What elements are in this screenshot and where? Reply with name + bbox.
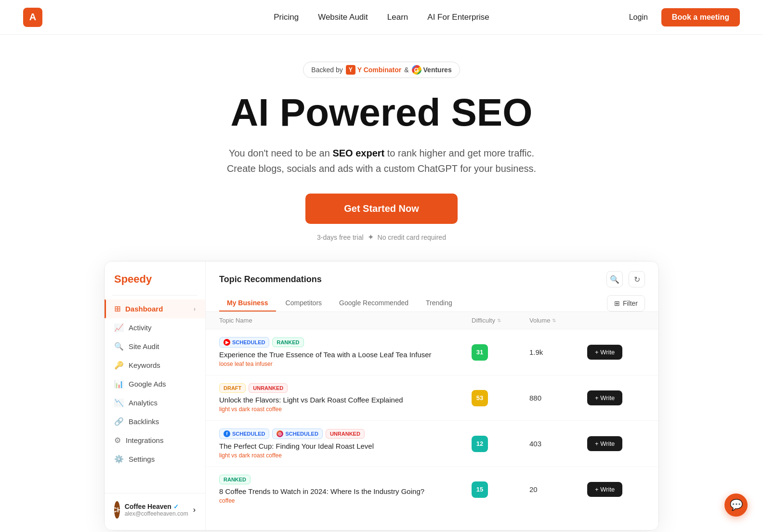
nav-pricing[interactable]: Pricing: [274, 13, 299, 22]
nav-learn[interactable]: Learn: [387, 13, 408, 22]
sidebar-label-analytics: Analytics: [129, 399, 158, 407]
write-button[interactable]: + Write: [587, 482, 622, 497]
logo-icon[interactable]: A: [23, 8, 42, 27]
badge-scheduled: ▶SCHEDULED: [219, 337, 269, 348]
backlinks-icon: 🔗: [114, 417, 124, 426]
filter-icon: ⊞: [614, 299, 620, 307]
difficulty-cell: 53: [472, 390, 529, 406]
sidebar-item-site-audit[interactable]: 🔍 Site Audit: [105, 337, 205, 356]
login-button[interactable]: Login: [623, 9, 654, 26]
main-content: Topic Recommendations 🔍 ↻ My Business Co…: [206, 261, 658, 530]
difficulty-badge: 12: [472, 436, 488, 452]
page-title: Topic Recommendations: [219, 274, 322, 285]
topic-title: Unlock the Flavors: Light vs Dark Roast …: [219, 396, 472, 404]
col-difficulty[interactable]: Difficulty ⇅: [472, 317, 529, 324]
sort-volume-icon: ⇅: [552, 318, 556, 323]
topic-tag: light vs dark roast coffee: [219, 452, 472, 459]
book-meeting-button[interactable]: Book a meeting: [661, 8, 740, 26]
cta-button[interactable]: Get Started Now: [305, 194, 458, 224]
volume-cell: 880: [529, 394, 587, 402]
google-icon: G: [412, 65, 421, 75]
account-name: Coffee Heaven ✓: [125, 503, 188, 510]
main-header: Topic Recommendations 🔍 ↻: [206, 261, 658, 287]
topic-cell: fSCHEDULED◎SCHEDULEDUNRANKED The Perfect…: [219, 428, 472, 459]
app-window: Speedy ⊞ Dashboard › 📈 Activity 🔍 Site A…: [104, 261, 659, 531]
avatar: CH: [114, 501, 120, 519]
topic-cell: RANKED 8 Coffee Trends to Watch in 2024:…: [219, 475, 472, 504]
sidebar-item-dashboard[interactable]: ⊞ Dashboard ›: [105, 299, 205, 318]
col-volume[interactable]: Volume ⇅: [529, 317, 587, 324]
badge-scheduled: fSCHEDULED: [219, 428, 269, 439]
col-topic-name: Topic Name: [219, 317, 472, 324]
google-badge: G Ventures: [412, 65, 452, 75]
analytics-icon: 📉: [114, 398, 124, 407]
topic-tag: coffee: [219, 497, 472, 504]
sidebar-label-activity: Activity: [129, 324, 152, 332]
topic-cell: ▶SCHEDULEDRANKED Experience the True Ess…: [219, 337, 472, 367]
yc-icon: Y: [346, 65, 355, 75]
sidebar-item-backlinks[interactable]: 🔗 Backlinks: [105, 412, 205, 431]
refresh-button[interactable]: ↻: [629, 271, 645, 287]
col-action: [587, 317, 645, 324]
topic-cell: DRAFTUNRANKED Unlock the Flavors: Light …: [219, 383, 472, 413]
tab-google-recommended[interactable]: Google Recommended: [331, 295, 416, 311]
keywords-icon: 🔑: [114, 361, 124, 370]
header-actions: 🔍 ↻: [606, 271, 645, 287]
write-cell: + Write: [587, 436, 645, 451]
yc-label: Y Combinator: [357, 66, 402, 74]
sidebar-label-site-audit: Site Audit: [129, 342, 159, 350]
write-cell: + Write: [587, 345, 645, 360]
chat-bubble[interactable]: 💬: [724, 493, 748, 517]
navbar-center: Pricing Website Audit Learn AI For Enter…: [274, 13, 489, 22]
google-ads-icon: 📊: [114, 379, 124, 389]
navbar: A Pricing Website Audit Learn AI For Ent…: [0, 0, 763, 35]
search-button[interactable]: 🔍: [606, 271, 623, 287]
sidebar-item-settings[interactable]: ⚙️ Settings: [105, 450, 205, 468]
table-row: ▶SCHEDULEDRANKED Experience the True Ess…: [206, 329, 658, 376]
sidebar-divider: [112, 295, 197, 296]
filter-button[interactable]: ⊞ Filter: [607, 295, 645, 311]
sidebar-logo: Speedy: [105, 273, 205, 295]
tab-my-business[interactable]: My Business: [219, 295, 276, 311]
sidebar-item-activity[interactable]: 📈 Activity: [105, 318, 205, 337]
write-button[interactable]: + Write: [587, 436, 622, 451]
sidebar-item-google-ads[interactable]: 📊 Google Ads: [105, 375, 205, 393]
refresh-icon: ↻: [634, 275, 640, 284]
table-row: DRAFTUNRANKED Unlock the Flavors: Light …: [206, 376, 658, 421]
table-row: fSCHEDULED◎SCHEDULEDUNRANKED The Perfect…: [206, 421, 658, 467]
badge-draft: DRAFT: [219, 383, 246, 393]
table-row: RANKED 8 Coffee Trends to Watch in 2024:…: [206, 467, 658, 512]
tab-competitors[interactable]: Competitors: [278, 295, 329, 311]
topic-title: Experience the True Essence of Tea with …: [219, 350, 472, 359]
hero-title: AI Powered SEO: [12, 91, 751, 134]
nav-website-audit[interactable]: Website Audit: [318, 13, 368, 22]
site-audit-icon: 🔍: [114, 342, 124, 351]
volume-value: 403: [529, 440, 541, 448]
hero-section: Backed by Y Y Combinator & G Ventures AI…: [0, 35, 763, 261]
sidebar-label-settings: Settings: [129, 455, 155, 463]
write-button[interactable]: + Write: [587, 390, 622, 405]
badge-unranked: UNRANKED: [249, 383, 288, 393]
verified-icon: ✓: [173, 503, 179, 510]
chevron-right-icon: ›: [194, 306, 196, 312]
difficulty-cell: 31: [472, 344, 529, 361]
volume-value: 1.9k: [529, 348, 543, 356]
badge-ranked: RANKED: [219, 475, 250, 484]
account-switcher[interactable]: CH Coffee Heaven ✓ alex@coffeeheaven.com…: [105, 493, 205, 519]
hero-subtitle: You don't need to be an SEO expert to ra…: [12, 145, 751, 176]
sidebar-item-keywords[interactable]: 🔑 Keywords: [105, 356, 205, 375]
topic-tabs: My Business Competitors Google Recommend…: [206, 287, 658, 312]
yc-badge: Y Y Combinator: [346, 65, 402, 75]
sidebar-item-analytics[interactable]: 📉 Analytics: [105, 393, 205, 412]
sidebar-item-integrations[interactable]: ⚙ Integrations: [105, 431, 205, 450]
write-button[interactable]: + Write: [587, 345, 622, 360]
tab-trending[interactable]: Trending: [418, 295, 460, 311]
account-chevron-icon: ›: [193, 506, 196, 514]
volume-cell: 20: [529, 485, 587, 494]
sort-difficulty-icon: ⇅: [497, 318, 501, 323]
volume-cell: 403: [529, 440, 587, 448]
volume-value: 880: [529, 394, 541, 402]
volume-cell: 1.9k: [529, 348, 587, 357]
write-cell: + Write: [587, 390, 645, 405]
nav-ai-enterprise[interactable]: AI For Enterprise: [427, 13, 489, 22]
